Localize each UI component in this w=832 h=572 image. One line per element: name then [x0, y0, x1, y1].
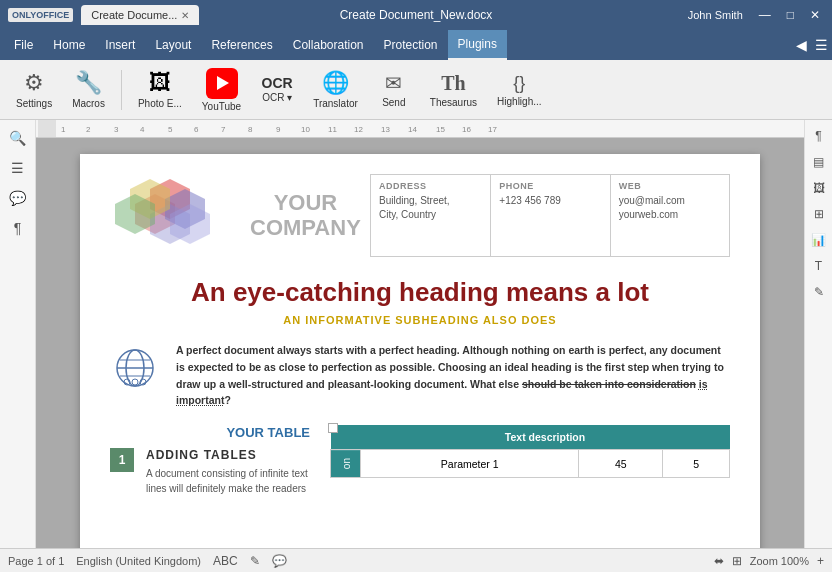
val2-cell: 5 [663, 450, 730, 478]
menu-plugins[interactable]: Plugins [448, 30, 507, 60]
phone-label: PHONE [499, 181, 601, 191]
right-table-icon[interactable]: ⊞ [807, 202, 831, 226]
macros-button[interactable]: 🔧 Macros [64, 64, 113, 116]
status-right: ⬌ ⊞ Zoom 100% + [714, 554, 824, 568]
number-badge: 1 [110, 448, 134, 472]
title-bar-right: John Smith — □ ✕ [688, 6, 824, 24]
left-sidebar: 🔍 ☰ 💬 ¶ [0, 120, 36, 548]
active-tab[interactable]: Create Docume... ✕ [81, 5, 199, 25]
menu-collaboration[interactable]: Collaboration [283, 30, 374, 60]
svg-text:15: 15 [436, 125, 445, 134]
photo-editor-button[interactable]: 🖼 Photo E... [130, 64, 190, 116]
tab-bar: Create Docume... ✕ [81, 5, 199, 25]
menu-references[interactable]: References [201, 30, 282, 60]
menu-more-icon[interactable]: ☰ [815, 37, 828, 53]
table-resize-handle[interactable] [328, 423, 338, 433]
sidebar-search-icon[interactable]: 🔍 [4, 124, 32, 152]
fit-width-icon[interactable]: ⬌ [714, 554, 724, 568]
document-area[interactable]: YOURCOMPANY ADDRESS Building, Street,Cit… [36, 138, 804, 548]
svg-text:17: 17 [488, 125, 497, 134]
numbered-section: 1 ADDING TABLES A document consisting of… [110, 448, 310, 496]
photo-editor-label: Photo E... [138, 98, 182, 109]
main-area: 1 2 3 4 5 6 7 8 9 10 11 12 13 14 15 16 1… [36, 120, 804, 548]
minimize-button[interactable]: — [755, 6, 775, 24]
row-label: on [331, 450, 361, 478]
menu-home[interactable]: Home [43, 30, 95, 60]
send-label: Send [382, 97, 405, 108]
company-logo-area [110, 174, 230, 257]
menu-layout[interactable]: Layout [145, 30, 201, 60]
photo-editor-icon: 🖼 [149, 70, 171, 96]
company-details: ADDRESS Building, Street,City, Country P… [370, 174, 730, 257]
table-area: Text description on Parameter 1 45 5 [330, 425, 730, 496]
numbered-section-area: YOUR TABLE 1 ADDING TABLES A document co… [110, 425, 310, 496]
settings-button[interactable]: ⚙ Settings [8, 64, 60, 116]
company-name-area: YOURCOMPANY [250, 174, 350, 257]
toolbar: ⚙ Settings 🔧 Macros 🖼 Photo E... YouTube… [0, 60, 832, 120]
svg-text:8: 8 [248, 125, 253, 134]
right-para-icon[interactable]: ¶ [807, 124, 831, 148]
right-sidebar: ¶ ▤ 🖼 ⊞ 📊 T ✎ [804, 120, 832, 548]
zoom-in-icon[interactable]: + [817, 554, 824, 568]
phone-col: PHONE +123 456 789 [490, 175, 609, 256]
page-info: Page 1 of 1 [8, 555, 64, 567]
macros-icon: 🔧 [75, 70, 102, 96]
param-cell: Parameter 1 [361, 450, 579, 478]
hex-logo-svg [110, 174, 230, 254]
sidebar-nav-icon[interactable]: ☰ [4, 154, 32, 182]
numbered-title: ADDING TABLES [146, 448, 310, 462]
horizontal-ruler: 1 2 3 4 5 6 7 8 9 10 11 12 13 14 15 16 1… [56, 120, 802, 138]
sidebar-comment-icon[interactable]: 💬 [4, 184, 32, 212]
svg-text:2: 2 [86, 125, 91, 134]
phone-value: +123 456 789 [499, 194, 601, 208]
spell-check-icon[interactable]: ABC [213, 554, 238, 568]
right-text-icon[interactable]: T [807, 254, 831, 278]
svg-text:11: 11 [328, 125, 337, 134]
thesaurus-icon: Th [441, 72, 465, 95]
nav-back-icon[interactable]: ◀ [796, 37, 807, 53]
ocr-label: OCR ▾ [262, 92, 292, 103]
title-bar: ONLYOFFICE Create Docume... ✕ Create Doc… [0, 0, 832, 30]
translator-button[interactable]: 🌐 Translator [305, 64, 366, 116]
svg-text:7: 7 [221, 125, 226, 134]
right-signature-icon[interactable]: ✎ [807, 280, 831, 304]
right-chart-icon[interactable]: 📊 [807, 228, 831, 252]
thesaurus-label: Thesaurus [430, 97, 477, 108]
thesaurus-button[interactable]: Th Thesaurus [422, 64, 485, 116]
fit-page-icon[interactable]: ⊞ [732, 554, 742, 568]
send-button[interactable]: ✉ Send [370, 64, 418, 116]
maximize-button[interactable]: □ [783, 6, 798, 24]
right-image-icon[interactable]: 🖼 [807, 176, 831, 200]
data-table: Text description on Parameter 1 45 5 [330, 425, 730, 478]
youtube-button[interactable]: YouTube [194, 64, 249, 116]
table-title: YOUR TABLE [110, 425, 310, 440]
title-bar-left: ONLYOFFICE Create Docume... ✕ [8, 5, 199, 25]
close-button[interactable]: ✕ [806, 6, 824, 24]
web-label: WEB [619, 181, 721, 191]
body-icon-area [110, 342, 160, 409]
highlight-label: Highligh... [497, 96, 541, 107]
window-title: Create Document_New.docx [340, 8, 493, 22]
tab-close-button[interactable]: ✕ [181, 10, 189, 21]
right-align-icon[interactable]: ▤ [807, 150, 831, 174]
body-section: A perfect document always starts with a … [110, 342, 730, 409]
svg-text:3: 3 [114, 125, 119, 134]
svg-text:1: 1 [61, 125, 66, 134]
sidebar-para-icon[interactable]: ¶ [4, 214, 32, 242]
highlight-button[interactable]: {} Highligh... [489, 64, 549, 116]
menu-file[interactable]: File [4, 30, 43, 60]
status-bar: Page 1 of 1 English (United Kingdom) ABC… [0, 548, 832, 572]
track-changes-icon[interactable]: ✎ [250, 554, 260, 568]
ocr-button[interactable]: OCR OCR ▾ [253, 64, 301, 116]
company-name: YOURCOMPANY [250, 191, 361, 239]
document-subheading: AN INFORMATIVE SUBHEADING ALSO DOES [110, 314, 730, 326]
bottom-section: YOUR TABLE 1 ADDING TABLES A document co… [110, 425, 730, 496]
comment-icon[interactable]: 💬 [272, 554, 287, 568]
menu-protection[interactable]: Protection [374, 30, 448, 60]
table-header: Text description [361, 425, 730, 450]
svg-text:5: 5 [168, 125, 173, 134]
youtube-play-icon [217, 76, 229, 90]
globe-icon [113, 346, 157, 390]
body-text: A perfect document always starts with a … [176, 342, 730, 409]
menu-insert[interactable]: Insert [95, 30, 145, 60]
